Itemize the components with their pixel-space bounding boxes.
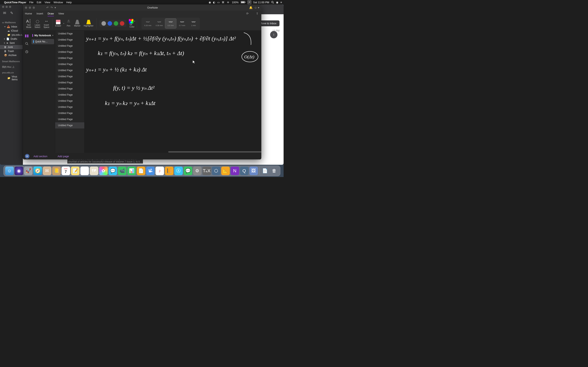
dock-facetime[interactable]: 📹 bbox=[118, 167, 126, 175]
pen-button[interactable]: Pen bbox=[65, 19, 72, 27]
ink-canvas[interactable]: yₙ₊₁ = yₙ + f(yₙ, tₙ)Δt + ½[∂f/∂y (yₙ,tₙ… bbox=[85, 31, 261, 153]
status-icon[interactable]: ◐ bbox=[213, 1, 215, 4]
spotlight-icon[interactable] bbox=[271, 1, 274, 4]
record-status-icon[interactable]: ◉ bbox=[209, 1, 211, 4]
dock-messages[interactable]: 💬 bbox=[108, 167, 117, 175]
add-page-button[interactable]: Add page bbox=[58, 155, 69, 158]
tab-draw[interactable]: Draw bbox=[48, 12, 54, 16]
page-item[interactable]: Untitled Page bbox=[55, 98, 84, 104]
horizontal-scrollbar[interactable] bbox=[168, 151, 261, 152]
page-item[interactable]: Untitled Page bbox=[55, 49, 84, 55]
menu-edit[interactable]: Edit bbox=[37, 1, 41, 4]
ink-color-button[interactable]: ▾ Ink Color bbox=[129, 19, 135, 28]
section-item[interactable]: Quick No… bbox=[31, 39, 54, 44]
dock-pages[interactable]: 📄 bbox=[137, 167, 145, 175]
dock-maps[interactable]: 🗺 bbox=[90, 167, 98, 175]
trash-item[interactable]: 🗑Trash bbox=[0, 49, 23, 53]
tab-home[interactable]: Home bbox=[25, 12, 32, 15]
highlighter-button[interactable]: Highlighter bbox=[82, 19, 95, 27]
dock-finder[interactable]: ☺ bbox=[5, 167, 14, 175]
dock-reminders[interactable]: ☑ bbox=[80, 167, 89, 175]
color-green[interactable] bbox=[114, 21, 118, 26]
app-name[interactable]: QuickTime Player bbox=[4, 1, 26, 4]
icloud-inbox-item[interactable]: ☁iCloud bbox=[0, 29, 23, 33]
page-item[interactable]: Untitled Page bbox=[55, 80, 84, 86]
input-method-icon[interactable]: 拼 bbox=[248, 1, 251, 4]
battery-icon[interactable] bbox=[241, 1, 246, 3]
thickness-07[interactable]: 〰0.7 mm bbox=[177, 18, 188, 28]
text-mode-button[interactable]: A┆ Text Mode bbox=[25, 18, 33, 28]
dock-onenote[interactable]: N bbox=[231, 167, 239, 175]
tab-view[interactable]: View bbox=[58, 12, 64, 15]
notebook-dropdown[interactable]: My Notebook ▾ bbox=[31, 33, 55, 38]
dock-photos[interactable]: ✿ bbox=[99, 167, 108, 175]
menu-view[interactable]: View bbox=[44, 1, 50, 4]
dock-keynote[interactable]: 📽 bbox=[146, 167, 155, 175]
close-button[interactable] bbox=[25, 7, 27, 9]
thickness-05[interactable]: 〰0.5 mm bbox=[165, 18, 176, 28]
notification-center-icon[interactable]: ≡ bbox=[280, 1, 282, 4]
redo-icon[interactable]: ↷ bbox=[51, 6, 53, 9]
thickness-025[interactable]: 〰0.25 mm bbox=[142, 18, 153, 28]
insert-space-button[interactable]: ↔ Insert Space bbox=[42, 18, 51, 28]
color-red[interactable] bbox=[120, 21, 124, 26]
minimize-button[interactable] bbox=[29, 7, 31, 9]
drafts-item[interactable]: 📄Drafts bbox=[0, 37, 23, 41]
page-item[interactable]: Untitled Page bbox=[55, 122, 84, 128]
inbox-item[interactable]: 📥Inbox bbox=[0, 25, 23, 29]
clock[interactable]: Sat 11:00 PM bbox=[253, 1, 269, 4]
dock-texshop[interactable]: TₑX bbox=[202, 167, 211, 175]
thickness-1[interactable]: 〰1 mm bbox=[188, 18, 199, 28]
menu-file[interactable]: File bbox=[29, 1, 34, 4]
page-item[interactable]: Untitled Page bbox=[55, 73, 84, 80]
eraser-button[interactable]: Eraser bbox=[54, 19, 62, 27]
page-item[interactable]: Untitled Page bbox=[55, 31, 84, 37]
dock-mail[interactable]: ✉ bbox=[43, 167, 51, 175]
color-gray[interactable] bbox=[102, 21, 106, 26]
dock-calendar[interactable]: MAR 7 bbox=[61, 167, 70, 175]
airplay-icon[interactable]: ▭ bbox=[217, 1, 220, 4]
disclosure-icon[interactable] bbox=[4, 42, 5, 44]
dock-siri[interactable]: ◉ bbox=[15, 167, 23, 175]
disclosure-icon[interactable] bbox=[4, 26, 6, 27]
add-section-button[interactable]: Add section bbox=[34, 155, 47, 158]
share-icon[interactable]: ⇪ bbox=[256, 12, 259, 15]
marker-button[interactable]: Marker bbox=[73, 19, 82, 27]
get-mail-icon[interactable]: ✉ bbox=[3, 11, 6, 15]
profile-avatar[interactable]: W bbox=[25, 154, 29, 158]
disclosure-icon[interactable] bbox=[4, 38, 5, 40]
dock-octave[interactable]: ⬡ bbox=[212, 167, 220, 175]
dock-preferences[interactable]: ⚙ bbox=[193, 167, 201, 175]
qat-customize-icon[interactable]: ▾ bbox=[54, 6, 56, 9]
virus-items-folder[interactable]: 📁Virus Items bbox=[0, 75, 23, 82]
recent-icon[interactable] bbox=[25, 50, 28, 54]
ysu-inbox-item[interactable]: 📁ysu.edu.c… bbox=[0, 33, 23, 37]
thickness-035[interactable]: 〰0.35 mm bbox=[154, 18, 165, 28]
page-item[interactable]: Untitled Page bbox=[55, 67, 84, 73]
menu-window[interactable]: Window bbox=[53, 1, 63, 4]
dock-launchpad[interactable]: 🚀 bbox=[24, 167, 33, 175]
dock-preview[interactable]: 🖼 bbox=[249, 167, 258, 175]
menu-help[interactable]: Help bbox=[66, 1, 72, 4]
notebooks-icon[interactable]: ▮▮ bbox=[25, 33, 29, 38]
dock-trash[interactable]: 🗑 bbox=[270, 167, 278, 175]
page-item[interactable]: Untitled Page bbox=[55, 110, 84, 116]
search-icon[interactable] bbox=[25, 42, 28, 46]
sync-icon[interactable]: ⟳ bbox=[246, 12, 249, 15]
dock-wechat[interactable]: 💬 bbox=[183, 167, 192, 175]
feedback-icon[interactable]: ☺ ▾ bbox=[254, 6, 259, 9]
dock-contacts[interactable]: 📒 bbox=[52, 167, 61, 175]
close-button[interactable] bbox=[2, 6, 4, 8]
dock-safari[interactable]: 🧭 bbox=[33, 167, 42, 175]
dock-numbers[interactable]: 📊 bbox=[127, 167, 136, 175]
zoom-button[interactable] bbox=[33, 7, 35, 9]
zoom-button[interactable] bbox=[9, 6, 11, 8]
lasso-select-button[interactable]: ◌ Lasso Select bbox=[33, 18, 42, 28]
dock-itunes[interactable]: ♪ bbox=[155, 167, 164, 175]
page-item[interactable]: Untitled Page bbox=[55, 55, 84, 61]
notifications-icon[interactable]: 🔔 bbox=[249, 6, 252, 9]
archive-item[interactable]: 📦Archive bbox=[0, 53, 23, 57]
bluetooth-icon[interactable]: ⌘ bbox=[222, 1, 224, 4]
dock-quicktime[interactable]: Q bbox=[240, 167, 249, 175]
page-item[interactable]: Untitled Page bbox=[55, 92, 84, 98]
